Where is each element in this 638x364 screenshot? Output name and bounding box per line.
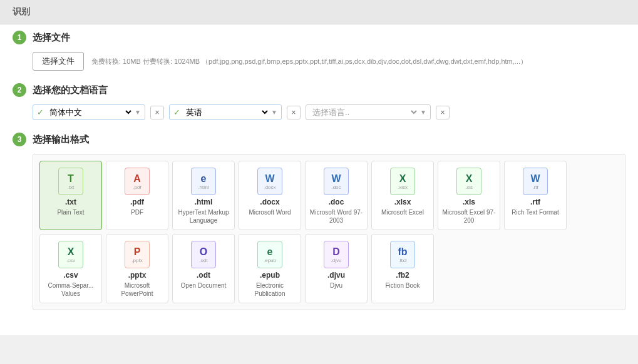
- format-icon-xlsx: X.xlsx: [390, 168, 415, 195]
- format-icon-xls: X.xls: [456, 168, 481, 195]
- format-ext-csv: .csv: [63, 271, 78, 280]
- select-file-button[interactable]: 选择文件: [33, 52, 84, 71]
- format-icon-djvu: D.djvu: [324, 241, 349, 268]
- lang1-select[interactable]: 简体中文: [47, 107, 133, 118]
- page-title-bar: 识别: [0, 0, 638, 24]
- lang1-dropdown-icon: ▼: [135, 109, 141, 116]
- format-ext-epub: .epub: [260, 271, 280, 280]
- step3-section: 3 选择输出格式 T.txt.txtPlain TextA.pdf.pdfPDF…: [13, 133, 625, 310]
- format-name-xls: Microsoft Excel 97-200: [442, 208, 496, 225]
- page-wrapper: 识别 1 选择文件 选择文件 免费转换: 10MB 付费转换: 1024MB （…: [0, 0, 638, 364]
- format-ext-doc: .doc: [329, 198, 344, 206]
- lang-selects-row: ✓ 简体中文 ▼ × ✓ 英语 ▼ ×: [33, 104, 625, 120]
- step2-title: 选择您的文档语言: [33, 84, 108, 96]
- format-ext-docx: .docx: [260, 198, 279, 206]
- format-name-csv: Comma-Separ... Values: [44, 281, 98, 298]
- lang3-select[interactable]: 选择语言..: [310, 107, 419, 118]
- format-item-html[interactable]: e.html.htmlHyperText Markup Language: [172, 161, 235, 230]
- lang1-select-wrapper: ✓ 简体中文 ▼: [33, 104, 145, 120]
- format-name-xlsx: Microsoft Excel: [381, 208, 424, 216]
- format-ext-html: .html: [195, 198, 213, 206]
- lang2-dropdown-icon: ▼: [271, 109, 277, 116]
- lang2-select-wrapper: ✓ 英语 ▼: [169, 104, 282, 120]
- step2-header: 2 选择您的文档语言: [13, 83, 625, 97]
- format-item-pdf[interactable]: A.pdf.pdfPDF: [106, 161, 168, 230]
- format-item-pptx[interactable]: P.pptx.pptxMicrosoft PowerPoint: [106, 234, 168, 303]
- format-item-djvu[interactable]: D.djvu.djvuDjvu: [305, 234, 368, 303]
- format-item-fb2[interactable]: fb.fb2.fb2Fiction Book: [371, 234, 434, 303]
- format-grid-container: T.txt.txtPlain TextA.pdf.pdfPDFe.html.ht…: [33, 154, 625, 310]
- format-item-csv[interactable]: X.csv.csvComma-Separ... Values: [39, 234, 102, 303]
- format-name-djvu: Djvu: [330, 281, 342, 290]
- format-item-xls[interactable]: X.xls.xlsMicrosoft Excel 97-200: [438, 161, 500, 230]
- format-icon-html: e.html: [191, 168, 216, 195]
- format-ext-fb2: .fb2: [396, 271, 409, 280]
- format-icon-odt: O.odt: [191, 241, 216, 268]
- lang2-remove-button[interactable]: ×: [287, 106, 301, 119]
- format-name-doc: Microsoft Word 97-2003: [309, 208, 363, 225]
- format-item-txt[interactable]: T.txt.txtPlain Text: [39, 161, 102, 230]
- format-item-docx[interactable]: W.docx.docxMicrosoft Word: [239, 161, 301, 230]
- format-icon-epub: e.epub: [257, 241, 282, 268]
- lang3-remove-button[interactable]: ×: [436, 106, 450, 119]
- format-icon-fb2: fb.fb2: [390, 241, 415, 268]
- lang1-check-icon: ✓: [37, 108, 44, 117]
- format-name-odt: Open Document: [181, 281, 227, 290]
- format-ext-xls: .xls: [463, 198, 475, 206]
- format-name-pdf: PDF: [131, 208, 143, 216]
- lang2-check-icon: ✓: [173, 108, 180, 117]
- format-icon-docx: W.docx: [257, 168, 282, 195]
- format-name-docx: Microsoft Word: [249, 208, 291, 216]
- step1-section: 1 选择文件 选择文件 免费转换: 10MB 付费转换: 1024MB （pdf…: [13, 31, 625, 71]
- format-ext-xlsx: .xlsx: [394, 198, 411, 206]
- format-item-doc[interactable]: W.doc.docMicrosoft Word 97-2003: [305, 161, 368, 230]
- format-item-xlsx[interactable]: X.xlsx.xlsxMicrosoft Excel: [371, 161, 434, 230]
- lang3-dropdown-icon: ▼: [420, 109, 426, 116]
- lang3-select-wrapper: 选择语言.. ▼: [306, 104, 431, 120]
- lang2-select[interactable]: 英语: [183, 107, 270, 118]
- format-ext-djvu: .djvu: [327, 271, 345, 280]
- format-icon-csv: X.csv: [58, 241, 83, 268]
- page-title: 识别: [13, 6, 30, 16]
- format-icon-rtf: W.rtf: [523, 168, 548, 195]
- step1-title: 选择文件: [33, 32, 70, 44]
- format-item-rtf[interactable]: W.rtf.rtfRich Text Format: [504, 161, 567, 230]
- format-icon-txt: T.txt: [58, 168, 83, 195]
- main-content: 1 选择文件 选择文件 免费转换: 10MB 付费转换: 1024MB （pdf…: [0, 24, 638, 335]
- format-icon-pptx: P.pptx: [125, 241, 150, 268]
- format-ext-pdf: .pdf: [130, 198, 144, 206]
- format-ext-rtf: .rtf: [530, 198, 540, 206]
- format-grid: T.txt.txtPlain TextA.pdf.pdfPDFe.html.ht…: [39, 161, 619, 303]
- format-ext-pptx: .pptx: [128, 271, 147, 280]
- step2-section: 2 选择您的文档语言 ✓ 简体中文 ▼ × ✓ 英语: [13, 83, 625, 120]
- step3-title: 选择输出格式: [33, 134, 89, 146]
- step3-header: 3 选择输出格式: [13, 133, 625, 146]
- step1-circle: 1: [13, 31, 26, 44]
- lang1-remove-button[interactable]: ×: [150, 106, 164, 119]
- step1-header: 1 选择文件: [13, 31, 625, 44]
- step2-circle: 2: [13, 83, 26, 97]
- format-name-txt: Plain Text: [57, 208, 84, 216]
- format-icon-doc: W.doc: [324, 168, 349, 195]
- format-ext-odt: .odt: [197, 271, 210, 280]
- format-item-odt[interactable]: O.odt.odtOpen Document: [172, 234, 235, 303]
- file-hint: 免费转换: 10MB 付费转换: 1024MB （pdf,jpg,png,psd…: [91, 57, 527, 66]
- format-icon-pdf: A.pdf: [125, 168, 150, 195]
- format-name-fb2: Fiction Book: [385, 281, 419, 290]
- format-ext-txt: .txt: [65, 198, 76, 206]
- format-name-epub: Electronic Publication: [243, 281, 297, 298]
- format-name-html: HyperText Markup Language: [177, 208, 230, 225]
- step3-circle: 3: [13, 133, 26, 146]
- file-select-row: 选择文件 免费转换: 10MB 付费转换: 1024MB （pdf,jpg,pn…: [33, 52, 625, 71]
- format-name-rtf: Rich Text Format: [512, 208, 558, 216]
- format-item-epub[interactable]: e.epub.epubElectronic Publication: [239, 234, 301, 303]
- format-name-pptx: Microsoft PowerPoint: [110, 281, 164, 298]
